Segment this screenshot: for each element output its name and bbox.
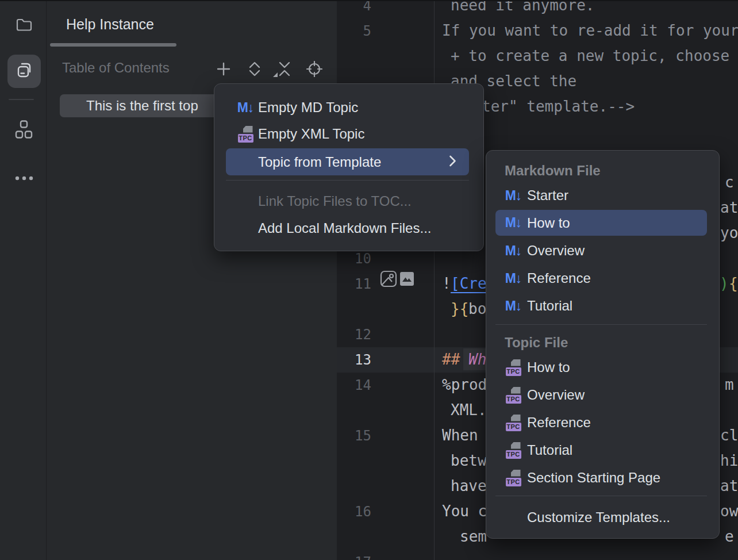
code-text: c [725,172,734,192]
submenu-item-md-starter[interactable]: M↓ Starter [486,183,719,208]
topic-file-icon: TPC [502,387,524,404]
menu-separator [226,180,469,181]
stripe-divider [9,99,34,100]
code-text: at [720,476,738,496]
collapse-all-button[interactable] [276,60,293,78]
submenu-item-md-tutorial[interactable]: M↓ Tutorial [486,293,719,319]
code-text: ow [720,501,738,521]
plus-icon [216,61,232,77]
topic-from-template-submenu: Markdown File M↓ Starter M↓ How to M↓ Ov… [486,150,720,539]
submenu-item-label: Starter [527,187,568,204]
active-tab-indicator [50,43,176,47]
code-text: e [725,527,734,546]
submenu-chevron-icon [449,155,456,170]
menu-item-add-local-markdown[interactable]: Add Local Markdown Files... [214,215,483,241]
toc-section-header: Table of Contents [62,60,170,76]
folder-icon [14,15,34,37]
code-text: his [720,451,738,470]
submenu-item-tpc-section-starting-page[interactable]: TPC Section Starting Page [486,465,719,490]
submenu-item-label: Tutorial [527,298,572,314]
submenu-item-label: Overview [527,387,585,403]
image-preview-outline-icon[interactable] [380,270,397,290]
collapse-all-icon [276,61,293,77]
submenu-section-header: Topic File [505,335,568,351]
more-dots-icon [13,174,35,184]
submenu-item-label: How to [527,215,570,231]
structure-tool-button[interactable] [7,114,41,147]
submenu-item-label: How to [527,359,570,375]
panel-title: Help Instance [66,16,154,33]
project-tool-button[interactable] [7,9,41,43]
markdown-file-icon: M↓ [235,100,256,116]
code-link-text[interactable]: [Cre [451,274,487,293]
submenu-item-md-overview[interactable]: M↓ Overview [486,238,719,263]
code-text: When [442,425,478,445]
image-preview-filled-icon[interactable] [400,272,414,288]
line-number: 11 [331,275,371,293]
code-text: m [725,375,734,394]
add-topic-button[interactable] [215,60,232,78]
code-heading-marker: ## [442,350,460,369]
expand-all-button[interactable] [246,60,263,78]
topic-file-icon: TPC [502,359,524,376]
code-text: You c [442,501,487,521]
line-number-active: 13 [331,351,371,369]
submenu-item-label: Reference [527,415,591,431]
window-top-border [0,0,738,1]
submenu-item-md-reference[interactable]: M↓ Reference [486,266,719,291]
menu-separator [495,496,707,496]
more-tool-windows-button[interactable] [7,162,41,195]
menu-item-label: Add Local Markdown Files... [258,220,431,236]
code-text: sem [460,527,487,546]
menu-item-topic-from-template[interactable]: Topic from Template [226,148,469,175]
instances-icon [14,60,34,82]
submenu-item-label: Tutorial [527,442,572,458]
code-text: { [729,274,738,293]
code-text: cl [720,425,738,445]
submenu-item-md-how-to[interactable]: M↓ How to [495,210,707,236]
ide-window: Help Instance Table of Contents [0,0,738,560]
code-text: XML. [451,400,487,420]
code-text: }{ [451,299,468,319]
menu-item-label: Empty XML Topic [258,126,364,142]
menu-item-empty-md-topic[interactable]: M↓ Empty MD Topic [214,94,483,121]
code-text: need it anymore. [451,0,594,15]
topic-file-icon: TPC [502,415,524,431]
code-text: betw [451,451,487,470]
topic-file-icon: TPC [502,470,524,486]
submenu-item-tpc-how-to[interactable]: TPC How to [486,355,719,380]
line-number: 16 [331,503,371,521]
markdown-file-icon: M↓ [502,215,524,231]
structure-icon [14,120,34,141]
code-text: bo [468,299,486,319]
submenu-item-label: Overview [527,243,585,259]
line-number: 15 [331,427,371,445]
documentation-tool-button[interactable] [7,55,41,88]
submenu-item-tpc-overview[interactable]: TPC Overview [486,382,719,408]
code-text: ter" template.--> [482,97,635,116]
markdown-file-icon: M↓ [502,243,524,259]
topic-file-icon: TPC [235,126,256,143]
locate-opened-file-button[interactable] [306,60,323,78]
menu-item-label: Topic from Template [258,154,381,170]
code-text: yo [720,223,738,243]
menu-item-label-disabled: Link Topic Files to TOC... [258,193,412,209]
line-number: 12 [331,325,371,344]
markdown-file-icon: M↓ [502,298,524,314]
markdown-file-icon: M↓ [502,271,524,286]
add-topic-context-menu: M↓ Empty MD Topic TPC Empty XML Topic To… [214,83,484,251]
code-text: have [451,476,487,496]
expand-all-icon [247,61,263,77]
submenu-section-header: Markdown File [505,163,601,179]
code-text: ! [442,274,451,293]
markdown-file-icon: M↓ [502,188,524,204]
topic-file-icon: TPC [502,442,524,459]
submenu-item-tpc-tutorial[interactable]: TPC Tutorial [486,438,719,463]
code-text: at [720,198,738,217]
line-number: 10 [331,250,371,268]
submenu-item-customize-templates[interactable]: Customize Templates... [486,505,719,530]
menu-item-empty-xml-topic[interactable]: TPC Empty XML Topic [214,121,483,147]
menu-item-link-topic-files[interactable]: Link Topic Files to TOC... [214,188,483,214]
submenu-item-label: Reference [527,270,591,286]
submenu-item-tpc-reference[interactable]: TPC Reference [486,410,719,435]
